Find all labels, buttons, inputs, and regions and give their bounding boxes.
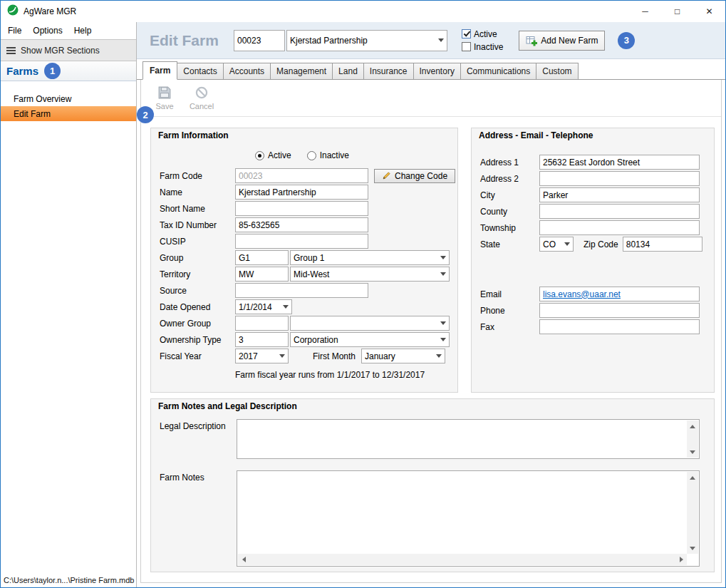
active-radio-label: Active: [268, 150, 291, 160]
field-label: Fax: [480, 322, 539, 332]
farm-notes-label: Farm Notes: [160, 470, 237, 483]
state-select[interactable]: CO: [539, 237, 574, 252]
farm-notes-textarea[interactable]: [237, 470, 700, 567]
ownership-type-select[interactable]: Corporation: [290, 332, 450, 347]
save-button[interactable]: Save: [148, 82, 181, 115]
short-name-input[interactable]: [235, 201, 368, 216]
tab-insurance[interactable]: Insurance: [363, 63, 414, 79]
menu-help[interactable]: Help: [68, 24, 98, 38]
minimize-button[interactable]: ─: [629, 1, 661, 22]
township-input[interactable]: [539, 220, 700, 235]
menu-bar: File Options Help: [1, 22, 136, 39]
zip-code-input[interactable]: [623, 237, 702, 252]
address2-row: Address 2: [472, 170, 714, 187]
chevron-down-icon: [280, 300, 291, 314]
fiscal-year-note: Farm fiscal year runs from 1/1/2017 to 1…: [235, 370, 457, 380]
cancel-label: Cancel: [190, 102, 214, 110]
farm-name-select[interactable]: Kjerstad Partnership: [286, 30, 447, 51]
zip-code-label: Zip Code: [584, 239, 618, 249]
active-checkbox[interactable]: [462, 29, 471, 38]
scroll-up-icon[interactable]: [687, 421, 698, 432]
scroll-right-icon[interactable]: [675, 554, 687, 565]
cancel-button[interactable]: Cancel: [185, 82, 218, 115]
menu-options[interactable]: Options: [27, 24, 68, 38]
tax-id-row: Tax ID Number: [151, 217, 457, 233]
field-label: Ownership Type: [160, 335, 235, 345]
vertical-scrollbar[interactable]: [687, 421, 698, 458]
chevron-down-icon: [437, 251, 449, 264]
name-input[interactable]: [235, 185, 368, 200]
legal-description-textarea[interactable]: [237, 419, 700, 459]
tab-communications[interactable]: Communications: [460, 63, 536, 79]
cusip-input[interactable]: [235, 234, 368, 249]
date-opened-select[interactable]: 1/1/2014: [235, 299, 292, 314]
pencil-icon: [382, 171, 391, 180]
territory-select[interactable]: Mid-West: [290, 267, 450, 282]
chevron-down-icon: [437, 333, 449, 346]
farm-code-row: Farm Code Change Code: [151, 167, 457, 184]
owner-group-select[interactable]: [290, 316, 450, 331]
scroll-down-icon[interactable]: [687, 542, 698, 554]
sidebar-section-farms[interactable]: Farms 1: [1, 61, 136, 81]
toolbar: Save Cancel: [141, 80, 721, 117]
short-name-row: Short Name: [151, 200, 457, 217]
maximize-button[interactable]: □: [661, 1, 693, 22]
sidebar-item-farm-overview[interactable]: Farm Overview: [1, 91, 136, 106]
field-label: State: [480, 239, 539, 249]
tab-farm[interactable]: Farm: [142, 61, 177, 80]
owner-group-code-input[interactable]: [235, 316, 289, 331]
notes-legal-group: Farm Notes and Legal Description Legal D…: [150, 398, 715, 572]
show-mgr-sections-button[interactable]: Show MGR Sections: [1, 39, 136, 61]
field-label: Name: [160, 187, 235, 197]
source-input[interactable]: [235, 283, 368, 298]
farm-code-input: [235, 168, 368, 183]
field-label: Owner Group: [160, 319, 235, 329]
tab-management[interactable]: Management: [270, 63, 333, 79]
close-button[interactable]: ✕: [693, 1, 725, 22]
app-logo-icon: [7, 4, 19, 19]
scroll-left-icon[interactable]: [238, 554, 249, 565]
phone-input[interactable]: [539, 303, 700, 318]
horizontal-scrollbar[interactable]: [238, 554, 687, 565]
inactive-checkbox[interactable]: [462, 42, 471, 51]
tab-contacts[interactable]: Contacts: [177, 63, 223, 79]
status-file-path: C:\Users\taylor.n...\Pristine Farm.mdb: [1, 573, 136, 587]
fiscal-year-select[interactable]: 2017: [235, 349, 289, 363]
active-radio[interactable]: [255, 151, 264, 160]
ownership-type-code-input[interactable]: [235, 332, 289, 347]
app-window: AgWare MGR ─ □ ✕ File Options Help Show …: [0, 0, 726, 588]
email-input[interactable]: [539, 287, 700, 301]
tax-id-input[interactable]: [235, 217, 368, 232]
scroll-up-icon[interactable]: [687, 472, 698, 483]
vertical-scrollbar[interactable]: [687, 472, 698, 554]
county-input[interactable]: [539, 204, 700, 219]
first-month-select[interactable]: January: [361, 349, 445, 363]
township-row: Township: [472, 220, 714, 236]
tab-land[interactable]: Land: [332, 63, 364, 79]
date-opened-row: Date Opened 1/1/2014: [151, 299, 457, 315]
field-label: City: [480, 190, 539, 200]
address2-input[interactable]: [539, 171, 700, 186]
territory-code-input[interactable]: [235, 267, 289, 282]
city-input[interactable]: [539, 187, 700, 202]
change-code-button[interactable]: Change Code: [374, 169, 455, 183]
page-title: Edit Farm: [150, 32, 234, 49]
group-select[interactable]: Group 1: [290, 250, 450, 265]
address1-input[interactable]: [539, 155, 700, 170]
window-title: AgWare MGR: [24, 6, 76, 16]
city-row: City: [472, 187, 714, 203]
add-new-farm-button[interactable]: Add New Farm: [519, 31, 605, 51]
farm-information-group: Farm Information Active Inactive Farm Co…: [150, 128, 458, 393]
menu-file[interactable]: File: [2, 24, 27, 38]
chevron-down-icon: [561, 237, 573, 251]
sidebar-item-edit-farm[interactable]: Edit Farm: [1, 106, 136, 121]
add-farm-icon: [526, 35, 537, 46]
tab-accounts[interactable]: Accounts: [223, 63, 271, 79]
farm-code-header-input[interactable]: [234, 30, 285, 51]
tab-custom[interactable]: Custom: [536, 63, 578, 79]
scroll-down-icon[interactable]: [687, 446, 698, 458]
fax-input[interactable]: [539, 319, 700, 334]
inactive-radio[interactable]: [307, 151, 316, 160]
group-code-input[interactable]: [235, 250, 289, 265]
tab-inventory[interactable]: Inventory: [413, 63, 461, 79]
